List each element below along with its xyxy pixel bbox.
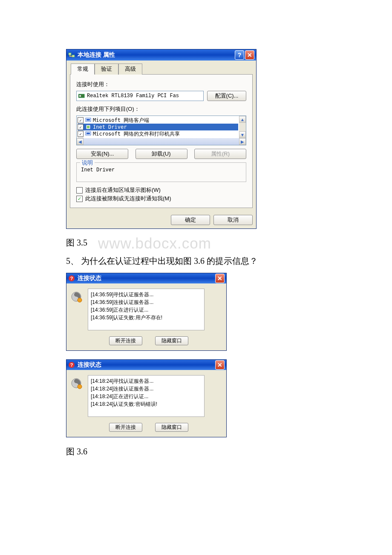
disconnect-button[interactable]: 断开连接 <box>109 423 142 432</box>
hide-window-button[interactable]: 隐藏窗口 <box>155 336 188 345</box>
checkbox[interactable]: ✓ <box>78 117 84 123</box>
scroll-up-arrow[interactable]: ▲ <box>239 116 246 123</box>
tab-general[interactable]: 常规 <box>71 64 95 75</box>
status-icon <box>71 378 83 390</box>
log-line: [14:18:24]连接认证服务器... <box>91 385 202 393</box>
svg-rect-10 <box>86 133 90 134</box>
log-line: [14:18:24]寻找认证服务器... <box>91 377 202 385</box>
log-line: [14:36:59]连接认证服务器... <box>91 298 202 306</box>
cancel-button[interactable]: 取消 <box>213 215 253 225</box>
notify-checkbox-row[interactable]: ✓ 此连接被限制或无连接时通知我(M) <box>76 195 246 202</box>
figure-caption: 图 3.5 www.bdocx.com <box>66 235 326 252</box>
configure-button[interactable]: 配置(C)... <box>207 91 246 101</box>
checkbox[interactable] <box>76 187 83 194</box>
question-text: 5、 为什么在认证过程中出现如图 3.6 的提示信息？ <box>66 255 326 267</box>
connect-using-label: 连接时使用： <box>76 81 246 88</box>
close-button[interactable]: ✕ <box>215 274 225 283</box>
description-groupbox: 说明 Inet Driver <box>76 162 246 182</box>
properties-button: 属性(R) <box>194 149 246 159</box>
service-icon <box>85 131 91 137</box>
svg-text:?: ? <box>70 276 73 281</box>
svg-rect-8 <box>87 126 89 128</box>
help-button[interactable]: ? <box>235 50 244 60</box>
components-listbox[interactable]: ✓ Microsoft 网络客户端 ✓ Inet Driver ✓ Micros… <box>76 116 246 145</box>
list-item[interactable]: ✓ Inet Driver <box>78 124 238 130</box>
description-legend: 说明 <box>80 159 95 167</box>
driver-icon <box>85 124 91 130</box>
list-item[interactable]: ✓ Microsoft 网络客户端 <box>78 117 238 124</box>
svg-rect-6 <box>86 119 90 121</box>
show-icon-checkbox-row[interactable]: 连接后在通知区域显示图标(W) <box>76 186 246 194</box>
tab-strip: 常规 验证 高级 <box>66 61 256 74</box>
disconnect-button[interactable]: 断开连接 <box>109 336 142 345</box>
svg-point-15 <box>78 298 82 302</box>
titlebar[interactable]: 本地连接 属性 ? ✕ <box>66 49 256 61</box>
list-item[interactable]: ✓ Microsoft 网络的文件和打印机共享 <box>78 130 238 137</box>
scroll-down-arrow[interactable]: ▼ <box>239 131 246 138</box>
checkbox-label: 连接后在通知区域显示图标(W) <box>85 186 161 194</box>
connection-status-window: ? 连接状态 ✕ [14:18:24]寻找认证服务器... [14:18:24]… <box>66 359 227 437</box>
svg-point-2 <box>69 56 70 57</box>
figure-caption: 图 3.6 <box>66 446 326 457</box>
tab-advanced[interactable]: 高级 <box>118 64 142 75</box>
scroll-left-arrow[interactable]: ◀ <box>77 138 84 145</box>
status-icon <box>71 291 83 303</box>
titlebar[interactable]: ? 连接状态 ✕ <box>66 273 226 283</box>
log-line: [14:18:24]正在进行认证... <box>91 393 202 400</box>
vertical-scrollbar[interactable]: ▲ ▼ <box>239 116 246 138</box>
checkbox-label: 此连接被限制或无连接时通知我(M) <box>85 195 171 202</box>
network-icon <box>68 52 75 58</box>
hide-window-button[interactable]: 隐藏窗口 <box>155 423 188 432</box>
scroll-track[interactable] <box>84 138 239 145</box>
help-icon: ? <box>68 275 75 282</box>
log-line: [14:36:59]正在进行认证... <box>91 306 202 314</box>
connection-status-window: ? 连接状态 ✕ [14:36:59]寻找认证服务器... [14:36:59]… <box>66 273 227 351</box>
window-title: 本地连接 属性 <box>78 51 235 59</box>
log-textbox[interactable]: [14:18:24]寻找认证服务器... [14:18:24]连接认证服务器..… <box>88 375 205 417</box>
svg-rect-0 <box>69 53 71 55</box>
adapter-name: Realtek RTL8139 Family PCI Fas <box>87 93 179 99</box>
scroll-right-arrow[interactable]: ▶ <box>239 138 246 145</box>
list-item-label: Microsoft 网络的文件和打印机共享 <box>93 130 180 138</box>
ok-button[interactable]: 确定 <box>171 215 210 225</box>
svg-point-19 <box>78 384 82 389</box>
uninstall-button[interactable]: 卸载(U) <box>135 149 187 159</box>
watermark: www.bdocx.com <box>98 235 211 252</box>
install-button[interactable]: 安装(N)... <box>76 149 128 159</box>
items-label: 此连接使用下列项目(O)： <box>76 105 246 113</box>
close-button[interactable]: ✕ <box>215 360 225 370</box>
log-line: [14:18:24]认证失败:密码错误! <box>91 400 202 408</box>
properties-window: 本地连接 属性 ? ✕ 常规 验证 高级 连接时使用： Realtek RTL8… <box>66 49 257 229</box>
tab-auth[interactable]: 验证 <box>95 64 118 75</box>
checkbox[interactable]: ✓ <box>78 124 84 130</box>
horizontal-scrollbar[interactable]: ◀ ▶ <box>77 138 246 145</box>
adapter-textbox[interactable]: Realtek RTL8139 Family PCI Fas <box>76 91 204 101</box>
help-icon: ? <box>68 361 75 368</box>
svg-rect-4 <box>79 95 81 97</box>
log-line: [14:36:59]认证失败:用户不存在! <box>91 314 202 321</box>
client-icon <box>85 117 91 123</box>
titlebar[interactable]: ? 连接状态 ✕ <box>66 360 226 370</box>
window-title: 连接状态 <box>78 361 215 369</box>
list-item-label: Microsoft 网络客户端 <box>93 117 149 124</box>
close-button[interactable]: ✕ <box>245 50 254 60</box>
description-text: Inet Driver <box>81 167 242 173</box>
svg-text:?: ? <box>70 362 73 367</box>
window-title: 连接状态 <box>78 275 215 282</box>
tab-body: 连接时使用： Realtek RTL8139 Family PCI Fas 配置… <box>70 74 253 208</box>
log-textbox[interactable]: [14:36:59]寻找认证服务器... [14:36:59]连接认证服务器..… <box>88 289 205 330</box>
nic-icon <box>78 93 85 98</box>
checkbox[interactable]: ✓ <box>76 196 83 202</box>
log-line: [14:36:59]寻找认证服务器... <box>91 291 202 298</box>
checkbox[interactable]: ✓ <box>78 131 84 137</box>
list-item-label: Inet Driver <box>93 124 127 130</box>
